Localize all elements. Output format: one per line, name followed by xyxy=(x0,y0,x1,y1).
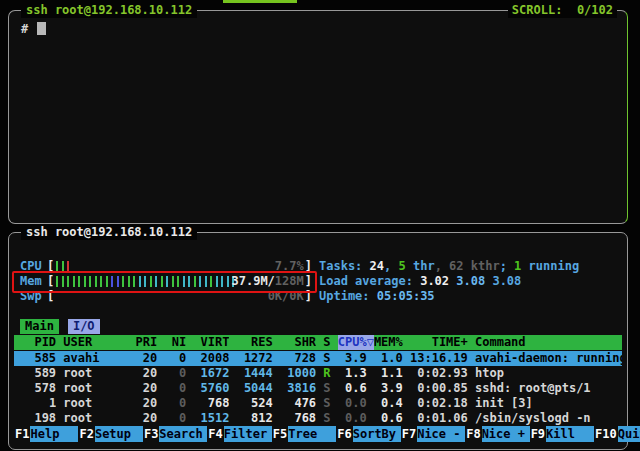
cell-cmd: /sbin/syslogd -n xyxy=(475,411,622,426)
fnkey-number: F8 xyxy=(465,426,481,442)
sort-direction-icon: ▽ xyxy=(367,335,374,350)
cell-pid: 198 xyxy=(20,411,56,426)
cell-time: 0:02.93 xyxy=(410,366,468,381)
fnkey-number: F2 xyxy=(78,426,94,442)
cell-pid: 589 xyxy=(20,366,56,381)
fnkey-label: Nice - xyxy=(417,426,465,442)
cell-s: S xyxy=(323,381,330,396)
uptime-value: 05:05:35 xyxy=(377,289,435,303)
tab-main[interactable]: Main xyxy=(20,319,59,334)
fnkey-label: Filter xyxy=(224,426,272,442)
scroll-indicator: SCROLL: 0/102 xyxy=(508,3,617,18)
cell-sort xyxy=(367,381,374,396)
fnkey-label: Quit xyxy=(618,426,640,442)
cell-shr: 728 xyxy=(280,351,316,366)
tab-i-o[interactable]: I/O xyxy=(68,319,100,334)
fnkey-label: Tree xyxy=(288,426,336,442)
fnkey-nice-[interactable]: F8Nice + xyxy=(465,426,529,442)
process-row-589[interactable]: 589root200167214441000R1.3 1.10:02.93hto… xyxy=(14,366,622,381)
cell-cpu: 1.3 xyxy=(338,366,367,381)
function-key-bar: F1HelpF2SetupF3SearchF4FilterF5TreeF6Sor… xyxy=(14,426,622,442)
threads-count: 5 xyxy=(398,259,405,273)
cell-sort xyxy=(367,351,374,366)
cell-res: 1444 xyxy=(237,366,273,381)
cell-s: S xyxy=(323,411,330,426)
shell-prompt[interactable]: # xyxy=(21,21,46,37)
fnkey-quit[interactable]: F10Quit xyxy=(594,426,640,442)
cell-res: 5044 xyxy=(237,381,273,396)
cell-cmd: sshd: root@pts/1 xyxy=(475,381,622,396)
fnkey-number: F9 xyxy=(530,426,546,442)
cell-shr: 768 xyxy=(280,411,316,426)
terminal-pane-shell[interactable]: ssh root@192.168.10.112 SCROLL: 0/102 # xyxy=(8,10,628,224)
cell-user: root xyxy=(63,396,128,411)
cell-pid: 578 xyxy=(20,381,56,396)
fnkey-sortby[interactable]: F6SortBy xyxy=(336,426,400,442)
recording-progress-strip xyxy=(223,0,297,3)
cell-sort xyxy=(367,396,374,411)
column-header-s[interactable]: S xyxy=(323,335,330,350)
htop-summary: Tasks: 24, 5 thr, 62 kthr; 1 running Loa… xyxy=(319,259,579,304)
cell-virt: 5760 xyxy=(193,381,229,396)
cell-shr: 476 xyxy=(280,396,316,411)
uptime-label: Uptime: xyxy=(319,289,377,303)
cell-user: root xyxy=(63,381,128,396)
fnkey-number: F5 xyxy=(272,426,288,442)
cell-cmd: init [3] xyxy=(475,396,622,411)
cell-cmd: avahi-daemon: running xyxy=(475,351,622,366)
load-1min: 3.02 xyxy=(420,274,456,288)
column-header-user[interactable]: USER xyxy=(63,335,128,350)
process-table-header[interactable]: PIDUSERPRINIVIRTRESSHRSCPU%▽MEM%TIME+Com… xyxy=(14,335,622,350)
column-header-pri[interactable]: PRI xyxy=(136,335,158,350)
cell-virt: 1512 xyxy=(193,411,229,426)
column-header-ni[interactable]: NI xyxy=(164,335,186,350)
column-header-mem[interactable]: MEM% xyxy=(374,335,403,350)
top-pane-title: ssh root@192.168.10.112 xyxy=(21,3,197,18)
process-row-578[interactable]: 578root200576050443816S0.6 3.90:00.85ssh… xyxy=(14,381,622,396)
column-header-pid[interactable]: PID xyxy=(20,335,56,350)
kernel-threads: , 62 kthr xyxy=(435,259,500,273)
fnkey-tree[interactable]: F5Tree xyxy=(272,426,336,442)
fnkey-label: Setup xyxy=(95,426,143,442)
column-header-time[interactable]: TIME+ xyxy=(410,335,468,350)
tasks-line: Tasks: 24, 5 thr, 62 kthr; 1 running xyxy=(319,259,579,274)
process-row-198[interactable]: 198root2001512812768S0.0 0.60:01.06/sbin… xyxy=(14,411,622,426)
tasks-label: Tasks: xyxy=(319,259,370,273)
column-header-cmd[interactable]: Command xyxy=(475,335,622,350)
cell-s: S xyxy=(323,351,330,366)
cell-res: 812 xyxy=(237,411,273,426)
bottom-pane-title-text: ssh root@192.168.10.112 xyxy=(26,225,192,239)
bottom-pane-title: ssh root@192.168.10.112 xyxy=(21,225,197,240)
load-average-line: Load average: 3.02 3.08 3.08 xyxy=(319,274,579,289)
terminal-pane-htop[interactable]: ssh root@192.168.10.112 CPU[ 7.7% ] Mem[… xyxy=(8,232,628,450)
fnkey-nice-[interactable]: F7Nice - xyxy=(401,426,465,442)
cell-ni: 0 xyxy=(164,411,186,426)
cell-cpu: 0.6 xyxy=(338,381,367,396)
cell-user: root xyxy=(63,366,128,381)
cell-mem: 0.4 xyxy=(374,396,403,411)
cell-s: R xyxy=(323,366,330,381)
cell-time: 0:02.18 xyxy=(410,396,468,411)
fnkey-search[interactable]: F3Search xyxy=(143,426,207,442)
column-header-shr[interactable]: SHR xyxy=(280,335,316,350)
column-header-virt[interactable]: VIRT xyxy=(193,335,229,350)
column-header-cpu[interactable]: CPU% xyxy=(338,335,367,350)
fnkey-filter[interactable]: F4Filter xyxy=(207,426,271,442)
cell-pri: 20 xyxy=(136,381,158,396)
fnkey-label: Kill xyxy=(546,426,594,442)
cell-s: S xyxy=(323,396,330,411)
process-row-1[interactable]: 1root200768524476S0.0 0.40:02.18init [3] xyxy=(14,396,622,411)
cell-time: 13:16.19 xyxy=(410,351,468,366)
fnkey-help[interactable]: F1Help xyxy=(14,426,78,442)
fnkey-kill[interactable]: F9Kill xyxy=(530,426,594,442)
cell-ni: 0 xyxy=(164,366,186,381)
text-cursor xyxy=(37,22,46,35)
fnkey-setup[interactable]: F2Setup xyxy=(78,426,142,442)
fnkey-label: Help xyxy=(30,426,78,442)
cell-sort xyxy=(367,366,374,381)
process-row-585[interactable]: 585avahi20020081272728S3.9 1.013:16.19av… xyxy=(14,351,622,366)
column-header-res[interactable]: RES xyxy=(237,335,273,350)
cell-pri: 20 xyxy=(136,351,158,366)
cell-time: 0:00.85 xyxy=(410,381,468,396)
scroll-value: 0/102 xyxy=(577,3,613,17)
